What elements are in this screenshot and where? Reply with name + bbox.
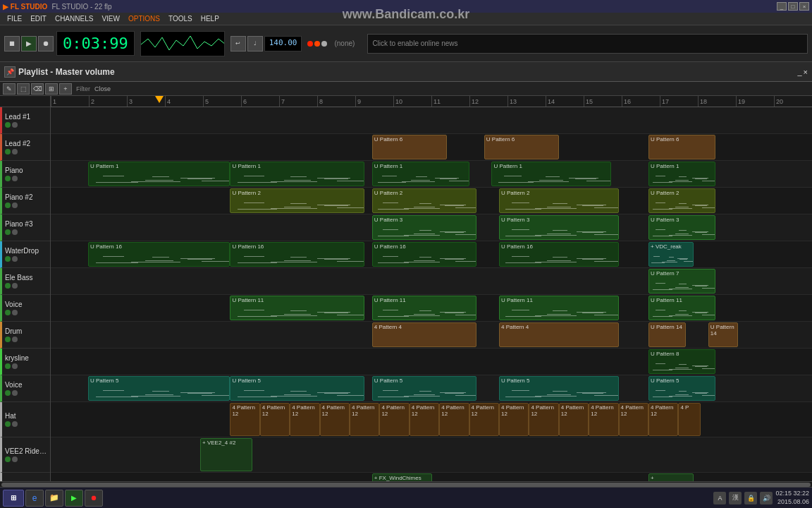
stop-button[interactable]: ⏹ (4, 36, 20, 52)
track-mute-dot-2[interactable] (5, 149, 11, 155)
pattern-block-11-2[interactable]: U Pattern 5 (372, 376, 476, 401)
track-mute-dot-13[interactable] (5, 456, 11, 462)
pattern-block-2-0[interactable]: U Pattern 6 (372, 135, 447, 159)
track-label-2[interactable]: Lead #2 (0, 134, 50, 161)
pattern-block-6-0[interactable]: U Pattern 16 (88, 242, 230, 267)
pattern-block-6-4[interactable]: + VDC_reak (648, 242, 694, 267)
playlist-minimize[interactable]: _ (797, 68, 801, 76)
track-row-9[interactable]: 4 Pattern 44 Pattern 4U Pattern 14U Patt… (51, 322, 812, 349)
track-solo-dot-8[interactable] (12, 310, 18, 315)
pattern-block-12-2[interactable]: 4 Pattern 12 (290, 403, 319, 436)
pattern-block-11-3[interactable]: U Pattern 5 (499, 376, 619, 401)
snap-button[interactable]: ⊞ (45, 83, 58, 95)
pattern-block-3-0[interactable]: U Pattern 1 (88, 162, 230, 186)
pattern-block-13-0[interactable]: + VEE2_4 #2 (200, 438, 252, 471)
pattern-block-12-11[interactable]: 4 Pattern 12 (559, 403, 589, 436)
pattern-block-12-5[interactable]: 4 Pattern 12 (379, 403, 409, 436)
track-mute-dot-11[interactable] (5, 390, 11, 396)
pattern-block-5-1[interactable]: U Pattern 3 (499, 215, 619, 240)
tool-select[interactable]: ⬚ (17, 83, 30, 95)
folder-button[interactable]: 📁 (45, 490, 63, 507)
track-row-8[interactable]: U Pattern 11U Pattern 11U Pattern 11U Pa… (51, 295, 812, 322)
play-button[interactable]: ▶ (21, 36, 37, 52)
fl-taskbar-button[interactable]: ▶ (65, 490, 83, 507)
pattern-block-11-4[interactable]: U Pattern 5 (648, 376, 715, 401)
track-label-4[interactable]: Piano #2 (0, 188, 50, 214)
pattern-block-11-0[interactable]: U Pattern 5 (88, 376, 230, 401)
pattern-block-12-1[interactable]: 4 Pattern 12 (260, 403, 290, 436)
pattern-block-5-2[interactable]: U Pattern 3 (648, 215, 715, 240)
loop-button[interactable]: ↩ (230, 36, 246, 52)
track-row-11[interactable]: U Pattern 5U Pattern 5U Pattern 5U Patte… (51, 375, 812, 402)
pattern-block-12-0[interactable]: 4 Pattern 12 (230, 403, 259, 436)
pattern-block-6-2[interactable]: U Pattern 16 (372, 242, 476, 267)
track-solo-dot-6[interactable] (12, 256, 18, 262)
pattern-block-9-1[interactable]: 4 Pattern 4 (499, 322, 619, 347)
playlist-close[interactable]: × (804, 68, 808, 76)
pattern-block-2-2[interactable]: U Pattern 6 (648, 135, 715, 159)
pattern-block-3-3[interactable]: U Pattern 1 (491, 162, 611, 186)
pattern-block-9-0[interactable]: 4 Pattern 4 (372, 322, 476, 347)
track-mute-dot-12[interactable] (5, 421, 11, 427)
pattern-block-2-1[interactable]: U Pattern 6 (484, 135, 559, 159)
pattern-block-8-3[interactable]: U Pattern 11 (648, 296, 715, 320)
pattern-block-9-2[interactable]: U Pattern 14 (648, 322, 686, 347)
pattern-block-6-3[interactable]: U Pattern 16 (499, 242, 619, 267)
track-label-11[interactable]: Voice (0, 375, 50, 402)
pattern-block-4-1[interactable]: U Pattern 2 (372, 188, 476, 213)
zoom-in[interactable]: + (59, 83, 72, 95)
pattern-block-3-2[interactable]: U Pattern 1 (372, 162, 469, 186)
track-solo-dot-10[interactable] (12, 363, 18, 369)
browser-button[interactable]: e (25, 490, 44, 507)
track-mute-dot-10[interactable] (5, 363, 11, 369)
track-label-8[interactable]: Voice (0, 295, 50, 322)
pattern-block-8-2[interactable]: U Pattern 11 (499, 296, 619, 320)
track-solo-dot-3[interactable] (12, 176, 18, 181)
pattern-block-10-0[interactable]: U Pattern 8 (648, 349, 715, 374)
track-label-7[interactable]: Ele Bass (0, 268, 50, 295)
track-mute-dot-6[interactable] (5, 256, 11, 262)
track-label-14[interactable]: FX_WindChimes (0, 473, 50, 481)
track-label-12[interactable]: Hat (0, 402, 50, 437)
track-row-12[interactable]: 4 Pattern 124 Pattern 124 Pattern 124 Pa… (51, 402, 812, 437)
pattern-block-8-0[interactable]: U Pattern 11 (230, 296, 364, 320)
online-news-box[interactable]: Click to enable online news (367, 34, 808, 54)
tool-draw[interactable]: ✎ (3, 83, 16, 95)
pattern-block-12-10[interactable]: 4 Pattern 12 (529, 403, 558, 436)
pattern-block-8-1[interactable]: U Pattern 11 (372, 296, 476, 320)
pattern-block-3-4[interactable]: U Pattern 1 (648, 162, 715, 186)
track-mute-dot-4[interactable] (5, 202, 11, 208)
track-solo-dot-4[interactable] (12, 202, 18, 208)
track-solo-dot-7[interactable] (12, 283, 18, 289)
pattern-block-12-6[interactable]: 4 Pattern 12 (410, 403, 439, 436)
track-label-6[interactable]: WaterDrop (0, 241, 50, 268)
track-content[interactable]: 1234567891011121314151617181920 U Patter… (51, 96, 812, 481)
track-solo-dot-9[interactable] (12, 337, 18, 342)
track-mute-dot-9[interactable] (5, 337, 11, 342)
menu-view[interactable]: VIEW (97, 13, 124, 24)
pattern-block-5-0[interactable]: U Pattern 3 (372, 215, 476, 240)
track-mute-dot-3[interactable] (5, 176, 11, 181)
track-solo-dot-5[interactable] (12, 229, 18, 235)
track-label-13[interactable]: VEE2 Ride 04 #2 (0, 437, 50, 473)
pattern-block-12-12[interactable]: 4 Pattern 12 (589, 403, 618, 436)
pattern-block-12-8[interactable]: 4 Pattern 12 (469, 403, 499, 436)
track-row-13[interactable]: + VEE2_4 #2 (51, 437, 812, 473)
menu-channels[interactable]: CHANNELS (51, 13, 97, 24)
record-button[interactable]: ⏺ (38, 36, 54, 52)
pattern-block-12-7[interactable]: 4 Pattern 12 (439, 403, 469, 436)
tool-erase[interactable]: ⌫ (31, 83, 44, 95)
pattern-block-4-3[interactable]: U Pattern 2 (648, 188, 715, 213)
start-button[interactable]: ⊞ (3, 490, 24, 507)
track-row-7[interactable]: U Pattern 7 (51, 268, 812, 295)
horizontal-scrollbar[interactable] (0, 481, 812, 487)
track-mute-dot-1[interactable] (5, 122, 11, 128)
track-row-5[interactable]: U Pattern 3U Pattern 3U Pattern 3 (51, 214, 812, 241)
menu-help[interactable]: HELP (197, 13, 223, 24)
track-label-1[interactable]: Lead #1 (0, 107, 50, 134)
pattern-block-12-13[interactable]: 4 Pattern 12 (619, 403, 648, 436)
track-row-4[interactable]: U Pattern 2U Pattern 2U Pattern 2U Patte… (51, 188, 812, 214)
pattern-block-12-14[interactable]: 4 Pattern 12 (648, 403, 678, 436)
track-row-6[interactable]: U Pattern 16U Pattern 16U Pattern 16U Pa… (51, 241, 812, 268)
pattern-block-12-4[interactable]: 4 Pattern 12 (350, 403, 379, 436)
